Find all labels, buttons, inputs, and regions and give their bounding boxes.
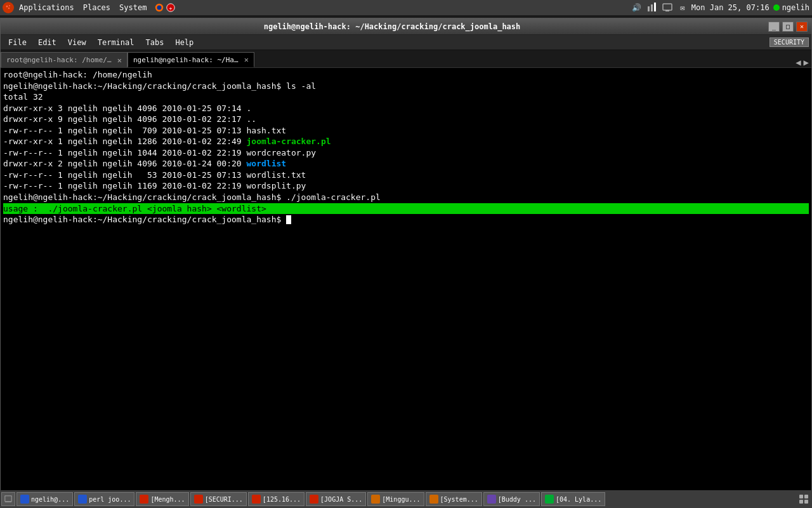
taskbar-label-8: [Buddy ... xyxy=(498,496,536,503)
terminal-content[interactable]: root@ngelih-hack: /home/ngelih ngelih@ng… xyxy=(1,68,811,492)
svg-rect-14 xyxy=(5,501,11,502)
terminal-menu[interactable]: Terminal xyxy=(93,37,140,48)
taskbar-item-1[interactable]: perl joo... xyxy=(74,492,134,506)
tab-right-arrow[interactable]: ▶ xyxy=(804,57,809,67)
line-usage-highlight: usage : ./joomla-cracker.pl <joomla hash… xyxy=(3,203,809,215)
taskbar-label-1: perl joo... xyxy=(89,496,131,503)
tab-0-label: root@ngelih-hack: /home/ngelih xyxy=(6,56,114,64)
taskbar-icon-3 xyxy=(194,495,203,504)
taskbar-item-2[interactable]: [Mengh... xyxy=(136,492,188,506)
taskbar-label-6: [Minggu... xyxy=(382,496,420,503)
tab-left-arrow[interactable]: ◀ xyxy=(796,57,801,67)
taskbar-label-0: ngelih@... xyxy=(31,496,69,503)
system-menu[interactable]: System xyxy=(115,2,150,13)
taskbar-label-3: [SECURI... xyxy=(205,496,243,503)
tab-bar: root@ngelih-hack: /home/ngelih ✕ ngelih@… xyxy=(1,50,811,68)
taskbar-item-7[interactable]: [System... xyxy=(426,492,482,506)
network-icon[interactable] xyxy=(647,3,657,13)
taskbar-label-2: [Mengh... xyxy=(150,496,185,503)
taskbar-label-9: [04. Lyla... xyxy=(556,496,601,503)
system-tray: 🔊 ✉ xyxy=(632,3,688,13)
top-panel: Applications Places System + 🔊 xyxy=(0,0,812,15)
taskbar-item-0[interactable]: ngelih@... xyxy=(16,492,73,506)
svg-rect-18 xyxy=(804,500,808,504)
close-button[interactable]: ✕ xyxy=(796,22,808,32)
taskbar-item-4[interactable]: [125.16... xyxy=(248,492,304,506)
line-dir-dotdot: drwxr-xr-x 9 ngelih ngelih 4096 2010-01-… xyxy=(3,114,809,125)
firefox-icon-1[interactable] xyxy=(154,3,164,13)
top-panel-right: 🔊 ✉ Mon Jan 25, 07:16 ngelih xyxy=(632,3,809,13)
taskbar-icon-7 xyxy=(429,495,438,504)
terminal-window: ngelih@ngelih-hack: ~/Hacking/cracking/c… xyxy=(0,18,812,493)
svg-rect-8 xyxy=(648,6,650,11)
email-icon[interactable]: ✉ xyxy=(678,3,688,13)
svg-point-3 xyxy=(8,8,10,9)
tab-1-label: ngelih@ngelih-hack: ~/Hacking/cracking/c… xyxy=(133,56,240,64)
tab-1-close[interactable]: ✕ xyxy=(244,55,249,64)
line-wordlist-dir: drwxr-xr-x 2 ngelih ngelih 4096 2010-01-… xyxy=(3,158,809,170)
svg-rect-11 xyxy=(663,4,672,10)
terminal-titlebar: ngelih@ngelih-hack: ~/Hacking/cracking/c… xyxy=(1,18,811,35)
svg-text:+: + xyxy=(169,6,173,11)
tab-1[interactable]: ngelih@ngelih-hack: ~/Hacking/cracking/c… xyxy=(128,52,254,67)
line-ls: ngelih@ngelih-hack:~/Hacking/cracking/cr… xyxy=(3,81,809,92)
places-menu[interactable]: Places xyxy=(79,2,114,13)
taskbar-item-5[interactable]: [JOGJA S... xyxy=(306,492,366,506)
svg-rect-16 xyxy=(804,495,808,498)
help-menu[interactable]: Help xyxy=(170,37,199,48)
taskbar-icon-9 xyxy=(545,495,554,504)
svg-rect-10 xyxy=(654,3,656,11)
line-hash-txt: -rw-r--r-- 1 ngelih ngelih 709 2010-01-2… xyxy=(3,125,809,137)
taskbar-item-9[interactable]: [04. Lyla... xyxy=(541,492,605,506)
taskbar-label-4: [125.16... xyxy=(263,496,301,503)
line-prompt: ngelih@ngelih-hack:~/Hacking/cracking/cr… xyxy=(3,214,809,225)
svg-point-5 xyxy=(157,5,162,10)
taskbar-show-desktop[interactable] xyxy=(1,492,15,506)
display-icon[interactable] xyxy=(662,3,672,13)
volume-icon[interactable]: 🔊 xyxy=(632,3,642,13)
taskbar-item-3[interactable]: [SECURI... xyxy=(190,492,247,506)
terminal-title: ngelih@ngelih-hack: ~/Hacking/cracking/c… xyxy=(17,22,767,31)
applications-menu[interactable]: Applications xyxy=(15,2,78,13)
line-root: root@ngelih-hack: /home/ngelih xyxy=(3,69,809,81)
user-indicator: ngelih xyxy=(773,3,809,12)
minimize-button[interactable]: _ xyxy=(768,22,780,32)
line-wordsplit: -rw-r--r-- 1 ngelih ngelih 1169 2010-01-… xyxy=(3,180,809,192)
taskbar-icon-2 xyxy=(140,495,148,504)
gnome-foot-icon[interactable] xyxy=(3,2,14,13)
taskbar-label-5: [JOGJA S... xyxy=(320,496,362,503)
svg-rect-17 xyxy=(799,500,803,504)
line-total: total 32 xyxy=(3,91,809,103)
cursor-blink xyxy=(286,215,291,224)
bottom-taskbar: ngelih@... perl joo... [Mengh... [SECURI… xyxy=(0,490,812,508)
security-button[interactable]: SECURITY xyxy=(769,37,809,47)
svg-point-1 xyxy=(6,6,8,8)
taskbar-end-icon[interactable] xyxy=(797,492,811,506)
view-menu[interactable]: View xyxy=(63,37,91,48)
tabs-menu[interactable]: Tabs xyxy=(141,37,169,48)
taskbar-icon-4 xyxy=(252,495,261,504)
tab-0-close[interactable]: ✕ xyxy=(117,56,122,65)
svg-point-2 xyxy=(9,5,10,6)
taskbar-icon-1 xyxy=(78,495,87,504)
svg-rect-12 xyxy=(665,10,669,11)
username-display: ngelih xyxy=(782,3,809,12)
taskbar-icon-6 xyxy=(371,495,380,504)
file-menu[interactable]: File xyxy=(3,37,32,48)
edit-menu[interactable]: Edit xyxy=(33,37,62,48)
user-online-dot xyxy=(773,4,780,11)
taskbar-icon-5 xyxy=(310,495,318,504)
svg-point-0 xyxy=(5,4,11,11)
taskbar-item-6[interactable]: [Minggu... xyxy=(367,492,424,506)
svg-rect-13 xyxy=(5,496,11,502)
tab-0[interactable]: root@ngelih-hack: /home/ngelih ✕ xyxy=(1,52,128,67)
taskbar-icon-8 xyxy=(487,495,496,504)
line-wordcreator: -rw-r--r-- 1 ngelih ngelih 1044 2010-01-… xyxy=(3,147,809,159)
svg-rect-9 xyxy=(651,4,653,11)
taskbar-item-8[interactable]: [Buddy ... xyxy=(483,492,540,506)
taskbar-end xyxy=(797,492,811,506)
maximize-button[interactable]: □ xyxy=(782,22,794,32)
taskbar-label-7: [System... xyxy=(440,496,478,503)
top-panel-left: Applications Places System + xyxy=(3,2,176,13)
firefox-icon-2[interactable]: + xyxy=(166,3,176,13)
